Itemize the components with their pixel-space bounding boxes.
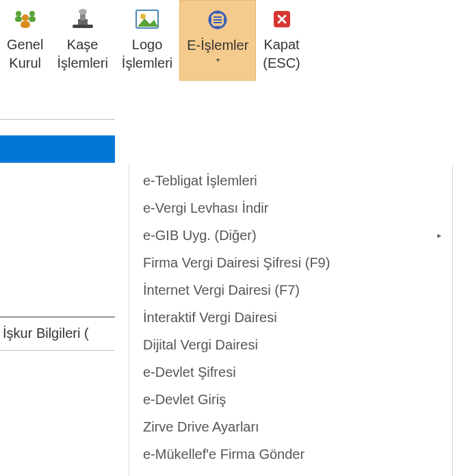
menu-e-tebligat[interactable]: e-Tebligat İşlemleri	[129, 167, 452, 194]
toolbar-genel-kurul[interactable]: Genel Kurul	[0, 0, 50, 81]
menu-item-label: e-Devlet Şifresi	[143, 365, 236, 380]
svg-point-0	[16, 11, 21, 16]
e-islemler-dropdown: e-Tebligat İşlemleri e-Vergi Levhası İnd…	[129, 164, 453, 476]
content-area: İşkur Bilgileri ( e-Tebligat İşlemleri e…	[0, 82, 453, 476]
toolbar-logo-islemleri[interactable]: Logo İşlemleri	[115, 0, 179, 81]
menu-item-label: e-Vergi Levhası İndir	[143, 200, 268, 216]
menu-interaktif-vergi-dairesi[interactable]: İnteraktif Vergi Dairesi	[129, 304, 452, 331]
divider	[0, 350, 115, 351]
menu-dijital-vergi-dairesi[interactable]: Dijital Vergi Dairesi	[129, 331, 452, 358]
menu-item-label: Irgat'a Firma Gönder	[143, 474, 269, 477]
svg-rect-5	[21, 21, 30, 28]
menu-item-label: e-Mükellef'e Firma Gönder	[143, 447, 305, 462]
menu-item-label: Dijital Vergi Dairesi	[143, 337, 258, 353]
svg-point-11	[140, 14, 146, 19]
menu-e-vergi-levhasi[interactable]: e-Vergi Levhası İndir	[129, 194, 452, 222]
toolbar-label: Kaşe İşlemleri	[57, 36, 107, 72]
divider	[0, 119, 115, 120]
menu-e-gib-uyg[interactable]: e-GIB Uyg. (Diğer) ▸	[129, 222, 452, 249]
toolbar-label: E-İşlemler	[187, 36, 248, 55]
selected-row[interactable]	[0, 135, 115, 163]
divider	[0, 317, 115, 317]
chevron-down-icon: ▾	[216, 56, 220, 64]
picture-icon	[133, 5, 161, 33]
toolbar-kase-islemleri[interactable]: Kaşe İşlemleri	[50, 0, 114, 81]
svg-rect-3	[15, 16, 22, 22]
people-icon	[12, 5, 39, 33]
toolbar-label: Logo İşlemleri	[122, 36, 172, 72]
menu-firma-vergi-dairesi-sifresi[interactable]: Firma Vergi Dairesi Şifresi (F9)	[129, 249, 452, 276]
menu-e-devlet-giris[interactable]: e-Devlet Giriş	[129, 386, 452, 413]
svg-point-2	[22, 14, 29, 21]
stamp-icon	[69, 5, 96, 33]
svg-rect-4	[29, 16, 36, 22]
svg-point-9	[79, 9, 87, 14]
menu-item-label: e-GIB Uyg. (Diğer)	[143, 228, 257, 243]
menu-e-devlet-sifresi[interactable]: e-Devlet Şifresi	[129, 358, 452, 386]
menu-internet-vergi-dairesi[interactable]: İnternet Vergi Dairesi (F7)	[129, 276, 452, 304]
menu-item-label: e-Devlet Giriş	[143, 392, 226, 408]
toolbar-e-islemler[interactable]: E-İşlemler ▾	[179, 0, 256, 81]
toolbar-label: Genel Kurul	[7, 36, 43, 72]
menu-zirve-drive-ayarlari[interactable]: Zirve Drive Ayarları	[129, 413, 452, 440]
chevron-right-icon: ▸	[437, 230, 441, 240]
menu-e-mukellef-firma-gonder[interactable]: e-Mükellef'e Firma Gönder	[129, 440, 452, 468]
menu-item-label: İnternet Vergi Dairesi (F7)	[143, 282, 300, 298]
iskur-label: İşkur Bilgileri (	[3, 326, 89, 341]
sync-icon	[204, 6, 231, 34]
svg-point-1	[29, 11, 35, 16]
menu-item-label: Firma Vergi Dairesi Şifresi (F9)	[143, 255, 330, 271]
menu-item-label: İnteraktif Vergi Dairesi	[143, 310, 277, 326]
toolbar-kapat[interactable]: Kapat (ESC)	[256, 0, 307, 81]
menu-item-label: Zirve Drive Ayarları	[143, 419, 259, 435]
close-icon	[268, 5, 296, 33]
menu-irgat-firma-gonder[interactable]: Irgat'a Firma Gönder	[129, 468, 452, 476]
toolbar-label: Kapat (ESC)	[263, 36, 300, 72]
toolbar: Genel Kurul Kaşe İşlemleri Logo İşlemler…	[0, 0, 453, 82]
svg-rect-6	[73, 25, 93, 28]
menu-item-label: e-Tebligat İşlemleri	[143, 173, 257, 189]
